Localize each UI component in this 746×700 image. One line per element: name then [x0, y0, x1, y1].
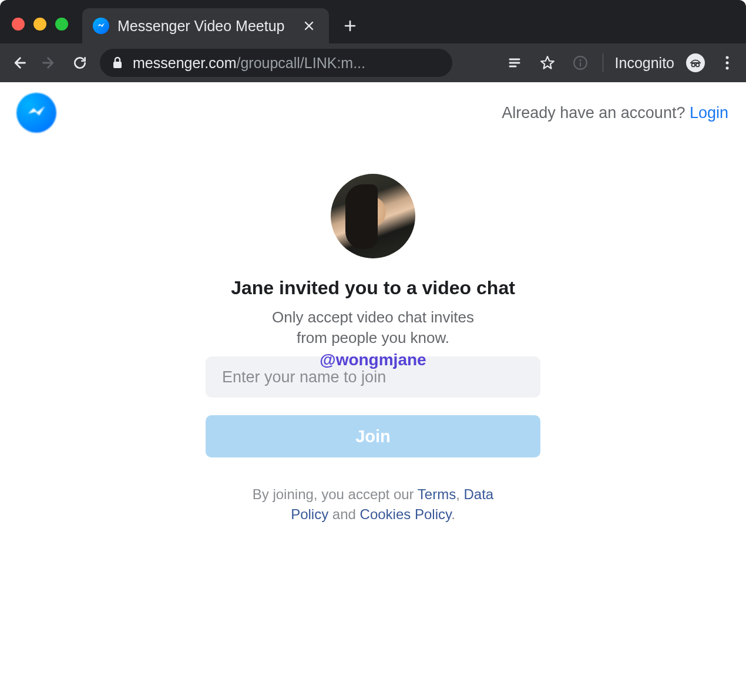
cookies-policy-link[interactable]: Cookies Policy: [360, 506, 452, 522]
incognito-icon: [686, 53, 705, 72]
svg-point-4: [696, 63, 700, 67]
separator: [603, 53, 603, 72]
info-icon[interactable]: [570, 52, 591, 73]
page-content: Already have an account? Login Jane invi…: [0, 82, 746, 700]
invite-card: Jane invited you to a video chat Only ac…: [206, 174, 540, 524]
kebab-menu-icon[interactable]: [717, 52, 738, 73]
reader-icon[interactable]: [504, 52, 525, 73]
lock-icon: [112, 56, 123, 69]
browser-toolbar: messenger.com/groupcall/LINK:m... Incogn…: [0, 43, 746, 82]
svg-point-7: [726, 67, 729, 70]
tab-close-icon[interactable]: [300, 20, 318, 32]
svg-rect-0: [113, 62, 122, 68]
svg-point-5: [726, 56, 729, 59]
tab-strip: Messenger Video Meetup: [82, 8, 357, 43]
terms-link[interactable]: Terms: [418, 486, 456, 502]
messenger-favicon-icon: [93, 18, 109, 34]
tab-title: Messenger Video Meetup: [117, 18, 291, 35]
browser-tab[interactable]: Messenger Video Meetup: [82, 8, 329, 43]
legal-text: By joining, you accept our Terms, Data P…: [232, 484, 514, 524]
bookmark-star-icon[interactable]: [537, 52, 558, 73]
new-tab-button[interactable]: [343, 19, 357, 33]
window-controls: [12, 18, 68, 31]
window-maximize-button[interactable]: [55, 18, 68, 31]
invite-title: Jane invited you to a video chat: [231, 277, 515, 299]
join-button[interactable]: Join: [206, 415, 540, 457]
reload-button[interactable]: [69, 52, 90, 73]
address-bar[interactable]: messenger.com/groupcall/LINK:m...: [100, 49, 452, 77]
back-button[interactable]: [8, 52, 29, 73]
url-text: messenger.com/groupcall/LINK:m...: [133, 55, 365, 72]
svg-point-2: [579, 59, 581, 61]
svg-point-3: [692, 63, 695, 67]
inviter-avatar: [331, 174, 415, 258]
invite-subtitle: Only accept video chat invites from peop…: [256, 307, 490, 348]
page-header: Already have an account? Login: [0, 82, 746, 133]
tab-bar: Messenger Video Meetup: [0, 0, 746, 43]
window-close-button[interactable]: [12, 18, 25, 31]
svg-point-6: [726, 62, 729, 65]
window-minimize-button[interactable]: [33, 18, 46, 31]
incognito-label: Incognito: [615, 55, 674, 72]
login-link[interactable]: Login: [690, 104, 728, 122]
forward-button[interactable]: [39, 52, 60, 73]
account-prompt: Already have an account? Login: [502, 104, 728, 122]
messenger-logo-icon: [16, 93, 56, 133]
watermark-handle: @wongmjane: [320, 351, 426, 369]
